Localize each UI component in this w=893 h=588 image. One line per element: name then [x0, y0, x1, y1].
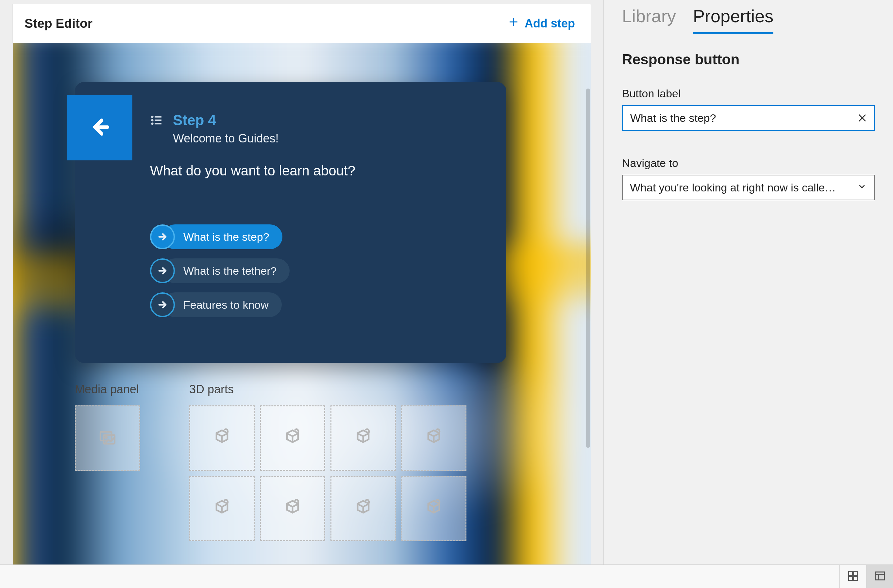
response-button-3[interactable]: Features to know — [150, 292, 290, 317]
cube-icon — [354, 498, 373, 519]
step-header: Step 4 Welcome to Guides! — [150, 112, 278, 146]
response-button-1[interactable]: What is the step? — [150, 224, 290, 249]
media-panel: Media panel — [75, 382, 140, 546]
clear-button[interactable] — [857, 112, 868, 123]
navigate-to-field-label: Navigate to — [622, 157, 875, 170]
cube-icon — [283, 498, 302, 519]
parts-panel: 3D parts — [189, 382, 466, 546]
detail-view-button[interactable] — [866, 565, 893, 588]
arrow-right-icon — [150, 258, 175, 283]
arrow-left-icon — [88, 116, 111, 140]
svg-point-1 — [152, 120, 153, 121]
plus-icon — [508, 16, 519, 31]
part-slot[interactable] — [189, 405, 255, 471]
part-slot[interactable] — [401, 476, 466, 541]
back-button[interactable] — [67, 95, 132, 160]
cube-icon — [212, 428, 232, 448]
section-title: Response button — [622, 51, 875, 68]
svg-rect-10 — [875, 572, 884, 580]
navigate-to-value: What you're looking at right now is call… — [630, 181, 836, 194]
response-list: What is the step? What is the tether? — [150, 224, 290, 317]
add-step-button[interactable]: Add step — [508, 16, 575, 31]
part-slot[interactable] — [260, 476, 325, 541]
list-icon — [150, 112, 164, 128]
tab-properties[interactable]: Properties — [693, 6, 773, 34]
cube-icon — [283, 428, 302, 448]
svg-rect-7 — [854, 572, 857, 575]
image-icon — [98, 428, 117, 448]
svg-point-5 — [105, 436, 107, 438]
part-slot[interactable] — [331, 405, 396, 471]
button-label-input[interactable] — [630, 112, 851, 124]
detail-icon — [874, 570, 886, 583]
arrow-right-icon — [150, 224, 175, 249]
grid-view-button[interactable] — [839, 565, 866, 588]
media-panel-title: Media panel — [75, 382, 140, 396]
svg-rect-8 — [849, 576, 852, 580]
bottom-panels: Media panel 3D parts — [75, 382, 568, 546]
grid-icon — [847, 570, 859, 583]
editor-header: Step Editor Add step — [13, 4, 591, 43]
response-label: Features to know — [162, 292, 282, 317]
svg-rect-9 — [854, 576, 857, 580]
button-label-input-wrap[interactable] — [622, 105, 875, 130]
part-slot[interactable] — [331, 476, 396, 541]
step-question: What do you want to learn about? — [150, 163, 355, 178]
editor-panel: Step Editor Add step — [12, 4, 591, 588]
cube-icon — [424, 498, 443, 519]
svg-point-0 — [152, 116, 153, 117]
step-subtitle: Welcome to Guides! — [173, 132, 278, 146]
preview-area: Step 4 Welcome to Guides! What do you wa… — [13, 43, 591, 588]
app-root: Step Editor Add step — [0, 0, 893, 588]
properties-section: Response button Button label Navigate to… — [604, 34, 893, 200]
cube-icon — [424, 428, 443, 448]
navigate-to-dropdown[interactable]: What you're looking at right now is call… — [622, 175, 875, 200]
page-title: Step Editor — [24, 16, 93, 31]
svg-point-2 — [152, 123, 153, 124]
response-label: What is the tether? — [162, 258, 290, 283]
response-button-2[interactable]: What is the tether? — [150, 258, 290, 283]
response-label: What is the step? — [162, 224, 283, 249]
step-card: Step 4 Welcome to Guides! What do you wa… — [75, 82, 506, 363]
button-label-field-label: Button label — [622, 87, 875, 100]
canvas-column: Step Editor Add step — [0, 0, 603, 588]
inspector-panel: Library Properties Response button Butto… — [603, 0, 893, 588]
svg-rect-6 — [849, 572, 852, 575]
preview-content: Step 4 Welcome to Guides! What do you wa… — [13, 43, 591, 546]
media-slot[interactable] — [75, 405, 140, 471]
status-bar — [0, 564, 893, 588]
step-number: Step 4 — [173, 112, 278, 128]
part-slot[interactable] — [189, 476, 255, 541]
part-slot[interactable] — [260, 405, 325, 471]
parts-panel-title: 3D parts — [189, 382, 466, 396]
cube-icon — [212, 498, 232, 519]
part-slot[interactable] — [401, 405, 466, 471]
tab-library[interactable]: Library — [622, 6, 676, 34]
chevron-down-icon — [857, 181, 867, 194]
add-step-label: Add step — [525, 16, 575, 30]
cube-icon — [354, 428, 373, 448]
inspector-tabs: Library Properties — [604, 0, 893, 34]
arrow-right-icon — [150, 292, 175, 317]
